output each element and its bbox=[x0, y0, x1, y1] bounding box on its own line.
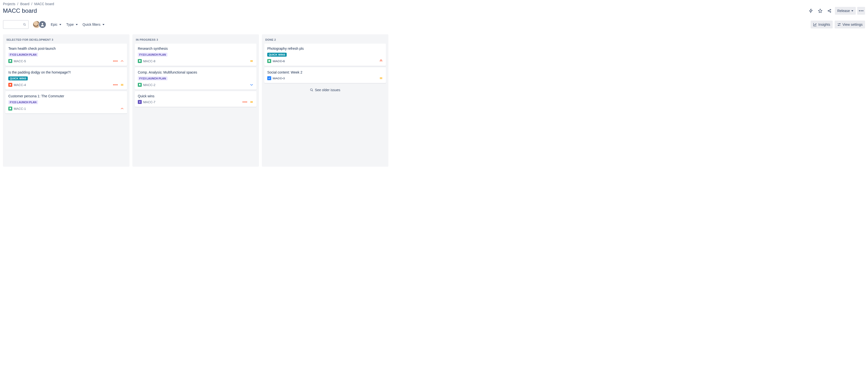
more-icon bbox=[859, 10, 863, 11]
storypoints-dots bbox=[243, 101, 247, 102]
release-label: Release bbox=[837, 9, 850, 13]
svg-point-3 bbox=[859, 10, 860, 11]
issue-card[interactable]: Photography refresh plsQUICK WINSMACC-6 bbox=[264, 44, 386, 66]
issue-card[interactable]: Team health check post-launchFY23 LAUNCH… bbox=[5, 44, 127, 66]
breadcrumb-projects[interactable]: Projects bbox=[3, 2, 16, 6]
release-button[interactable]: Release bbox=[835, 7, 856, 15]
kanban-board: Selected for Development 3Team health ch… bbox=[3, 34, 865, 167]
page-title: MACC board bbox=[3, 7, 37, 14]
issue-card[interactable]: Research synthesisFY23 LAUNCH PLANMACC-8 bbox=[135, 44, 256, 66]
epic-label[interactable]: FY23 LAUNCH PLAN bbox=[138, 53, 167, 57]
issue-card[interactable]: Comp. Analysis: Multifunctional spacesFY… bbox=[135, 67, 256, 90]
svg-point-9 bbox=[838, 25, 839, 26]
card-title: Comp. Analysis: Multifunctional spaces bbox=[138, 70, 253, 74]
avatar-unassigned[interactable] bbox=[38, 21, 46, 28]
epic-icon bbox=[138, 100, 142, 104]
issue-card[interactable]: Customer persona 1: The CommuterFY23 LAU… bbox=[5, 91, 127, 114]
see-older-issues[interactable]: See older issues bbox=[264, 85, 387, 92]
svg-point-5 bbox=[862, 10, 863, 11]
issue-key[interactable]: MACC-4 bbox=[14, 83, 26, 87]
column-header[interactable]: In Progress 3 bbox=[134, 37, 257, 44]
card-title: Social content: Week 2 bbox=[267, 70, 383, 74]
chevron-down-icon bbox=[851, 10, 853, 11]
search-icon bbox=[310, 88, 313, 92]
card-title: Research synthesis bbox=[138, 46, 253, 51]
board-column: In Progress 3Research synthesisFY23 LAUN… bbox=[132, 34, 259, 167]
epic-label[interactable]: FY23 LAUNCH PLAN bbox=[8, 100, 38, 104]
star-icon bbox=[818, 8, 823, 13]
star-button[interactable] bbox=[816, 7, 824, 15]
story-icon bbox=[8, 106, 12, 111]
svg-point-4 bbox=[861, 10, 862, 11]
breadcrumb-sep: / bbox=[18, 2, 19, 6]
issue-key[interactable]: MACC-3 bbox=[273, 76, 285, 80]
quick-filters[interactable]: Quick filters bbox=[82, 21, 105, 28]
share-button[interactable] bbox=[826, 7, 833, 15]
issue-card[interactable]: Social content: Week 2MACC-3 bbox=[264, 67, 386, 83]
priority-low-icon bbox=[250, 83, 253, 87]
search-icon bbox=[23, 23, 26, 27]
card-title: Customer persona 1: The Commuter bbox=[8, 94, 124, 98]
issue-key[interactable]: MACC-5 bbox=[14, 59, 26, 63]
view-settings-button[interactable]: View settings bbox=[835, 21, 865, 28]
search-box[interactable] bbox=[3, 20, 29, 29]
priority-medium-icon bbox=[250, 100, 253, 104]
breadcrumb: Projects / Board / MACC board bbox=[3, 2, 865, 6]
bug-icon bbox=[8, 83, 12, 87]
issue-key[interactable]: MACC-2 bbox=[143, 83, 155, 87]
epic-filter[interactable]: Epic bbox=[50, 21, 62, 28]
search-input[interactable] bbox=[5, 23, 22, 27]
epic-label[interactable]: QUICK WINS bbox=[8, 76, 28, 81]
priority-medium-icon bbox=[379, 76, 383, 80]
chevron-down-icon bbox=[76, 24, 78, 25]
card-title: Is the padding dodgy on the homepage?! bbox=[8, 70, 124, 74]
svg-point-7 bbox=[42, 23, 43, 25]
story-icon bbox=[267, 59, 271, 63]
column-header[interactable]: Selected for Development 3 bbox=[4, 37, 128, 44]
epic-label[interactable]: FY23 LAUNCH PLAN bbox=[138, 76, 167, 81]
type-filter-label: Type bbox=[66, 23, 73, 27]
breadcrumb-sep: / bbox=[31, 2, 32, 6]
bolt-icon bbox=[809, 8, 813, 13]
card-title: Photography refresh pls bbox=[267, 46, 383, 51]
automation-button[interactable] bbox=[807, 7, 815, 15]
issue-card[interactable]: Quick winsMACC-7 bbox=[135, 91, 256, 107]
chevron-down-icon bbox=[59, 24, 61, 25]
quick-filters-label: Quick filters bbox=[83, 23, 100, 27]
card-title: Team health check post-launch bbox=[8, 46, 124, 51]
chart-icon bbox=[813, 23, 817, 27]
storypoints-dots bbox=[113, 84, 118, 85]
issue-card[interactable]: Is the padding dodgy on the homepage?!QU… bbox=[5, 67, 127, 90]
share-icon bbox=[827, 8, 832, 13]
svg-point-10 bbox=[9, 84, 11, 86]
board-column: Selected for Development 3Team health ch… bbox=[3, 34, 129, 167]
svg-point-11 bbox=[310, 89, 312, 91]
see-older-label: See older issues bbox=[315, 88, 340, 92]
insights-label: Insights bbox=[818, 23, 830, 27]
issue-key[interactable]: MACC-1 bbox=[14, 107, 26, 111]
more-button[interactable] bbox=[857, 7, 865, 15]
board-column: Done 2Photography refresh plsQUICK WINSM… bbox=[262, 34, 389, 167]
issue-key[interactable]: MACC-6 bbox=[273, 59, 285, 63]
priority-medium-icon bbox=[120, 83, 124, 87]
breadcrumb-board[interactable]: Board bbox=[20, 2, 29, 6]
breadcrumb-current[interactable]: MACC board bbox=[34, 2, 54, 6]
sliders-icon bbox=[837, 23, 841, 27]
priority-high-icon bbox=[120, 106, 124, 111]
view-settings-label: View settings bbox=[842, 23, 863, 27]
column-header[interactable]: Done 2 bbox=[264, 37, 387, 44]
priority-medium-icon bbox=[250, 59, 253, 63]
epic-filter-label: Epic bbox=[51, 23, 57, 27]
issue-key[interactable]: MACC-7 bbox=[143, 100, 155, 104]
story-icon bbox=[138, 59, 142, 63]
issue-key[interactable]: MACC-8 bbox=[143, 59, 155, 63]
storypoints-dots bbox=[113, 61, 118, 62]
assignee-avatars bbox=[33, 21, 46, 28]
type-filter[interactable]: Type bbox=[66, 21, 78, 28]
priority-highest-icon bbox=[379, 59, 383, 63]
epic-label[interactable]: QUICK WINS bbox=[267, 53, 287, 57]
story-icon bbox=[8, 59, 12, 63]
chevron-down-icon bbox=[102, 24, 104, 25]
insights-button[interactable]: Insights bbox=[811, 21, 833, 28]
epic-label[interactable]: FY23 LAUNCH PLAN bbox=[8, 53, 38, 57]
